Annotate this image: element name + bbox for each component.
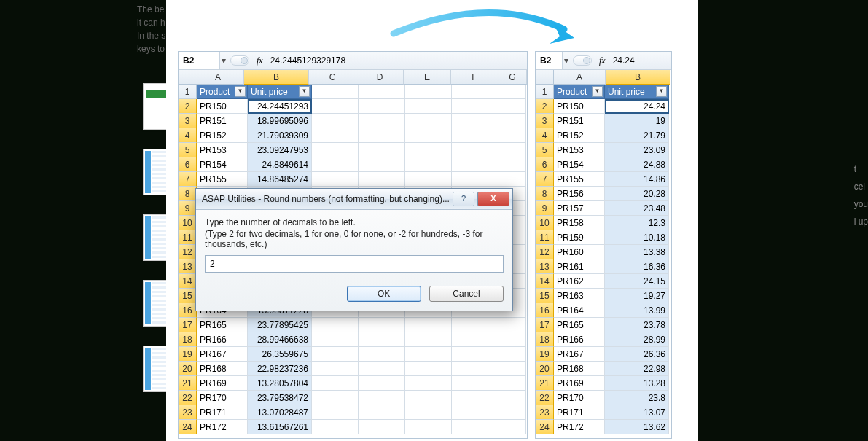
- row-header[interactable]: 23: [536, 405, 554, 420]
- cell-product[interactable]: PR167: [554, 347, 605, 362]
- dialog-titlebar[interactable]: ASAP Utilities - Round numbers (not form…: [196, 189, 512, 210]
- decimals-input[interactable]: [205, 255, 504, 273]
- empty-cell[interactable]: [498, 391, 526, 405]
- name-box-dropdown-icon[interactable]: ▾: [563, 55, 570, 66]
- row-header[interactable]: 9: [179, 201, 197, 216]
- row-header[interactable]: 14: [179, 274, 197, 289]
- spreadsheet-grid[interactable]: AB1Product▼Unit price▼2PR15024.243PR1511…: [536, 70, 671, 434]
- cell-unit-price[interactable]: 24.24451293: [248, 99, 312, 114]
- empty-cell[interactable]: [452, 420, 498, 434]
- empty-cell[interactable]: [452, 128, 498, 143]
- cell-product[interactable]: PR165: [197, 318, 248, 332]
- empty-cell[interactable]: [452, 362, 498, 376]
- fx-icon[interactable]: fx: [595, 55, 610, 66]
- empty-cell[interactable]: [498, 362, 526, 376]
- row-header[interactable]: 22: [536, 391, 554, 405]
- column-header[interactable]: A: [192, 70, 244, 85]
- empty-cell[interactable]: [312, 391, 359, 405]
- cell-product[interactable]: PR155: [554, 172, 605, 187]
- empty-cell[interactable]: [359, 114, 405, 128]
- empty-cell[interactable]: [498, 114, 526, 128]
- empty-cell[interactable]: [498, 420, 526, 434]
- row-header[interactable]: 22: [179, 391, 197, 405]
- row-header[interactable]: 21: [536, 376, 554, 391]
- cell-unit-price[interactable]: 24.15: [605, 274, 669, 289]
- cell-unit-price[interactable]: 28.99: [605, 332, 669, 347]
- empty-cell[interactable]: [312, 347, 359, 362]
- cell-product[interactable]: PR154: [554, 157, 605, 172]
- cell-unit-price[interactable]: 16.36: [605, 259, 669, 274]
- empty-cell[interactable]: [312, 362, 359, 376]
- empty-cell[interactable]: [452, 391, 498, 405]
- row-header[interactable]: 16: [179, 303, 197, 318]
- empty-cell[interactable]: [359, 143, 405, 157]
- empty-cell[interactable]: [405, 362, 452, 376]
- empty-cell[interactable]: [498, 99, 526, 114]
- cell-unit-price[interactable]: 24.24: [605, 99, 669, 114]
- cell-unit-price[interactable]: 13.28057804: [248, 376, 312, 391]
- cell-product[interactable]: PR151: [197, 114, 248, 128]
- empty-cell[interactable]: [312, 85, 359, 99]
- empty-cell[interactable]: [405, 143, 452, 157]
- row-header[interactable]: 24: [536, 420, 554, 434]
- cell-product[interactable]: PR169: [197, 376, 248, 391]
- fx-icon[interactable]: fx: [252, 55, 267, 66]
- row-header[interactable]: 21: [179, 376, 197, 391]
- cell-unit-price[interactable]: 23.77895425: [248, 318, 312, 332]
- empty-cell[interactable]: [312, 172, 359, 187]
- help-button[interactable]: ?: [453, 192, 474, 206]
- row-header[interactable]: 15: [536, 289, 554, 303]
- formula-value[interactable]: 24.24: [610, 55, 638, 66]
- cell-product[interactable]: PR166: [554, 332, 605, 347]
- empty-cell[interactable]: [359, 85, 405, 99]
- column-header[interactable]: B: [244, 70, 309, 85]
- empty-cell[interactable]: [359, 157, 405, 172]
- cell-unit-price[interactable]: 24.8849614: [248, 157, 312, 172]
- empty-cell[interactable]: [405, 391, 452, 405]
- empty-cell[interactable]: [312, 318, 359, 332]
- cell-product[interactable]: PR165: [554, 318, 605, 332]
- row-header[interactable]: 13: [179, 259, 197, 274]
- empty-cell[interactable]: [359, 362, 405, 376]
- cell-unit-price[interactable]: 18.99695096: [248, 114, 312, 128]
- row-header[interactable]: 24: [179, 420, 197, 434]
- cell-unit-price[interactable]: 23.8: [605, 391, 669, 405]
- cell-product[interactable]: PR150: [554, 99, 605, 114]
- empty-cell[interactable]: [312, 405, 359, 420]
- cell-unit-price[interactable]: 13.28: [605, 376, 669, 391]
- cell-unit-price[interactable]: 14.86485274: [248, 172, 312, 187]
- name-box[interactable]: B2: [536, 52, 563, 69]
- empty-cell[interactable]: [312, 143, 359, 157]
- cell-product[interactable]: PR159: [554, 230, 605, 245]
- empty-cell[interactable]: [359, 376, 405, 391]
- formula-value[interactable]: 24.2445129329178: [267, 55, 348, 66]
- empty-cell[interactable]: [405, 318, 452, 332]
- empty-cell[interactable]: [312, 376, 359, 391]
- empty-cell[interactable]: [452, 405, 498, 420]
- name-box-dropdown-icon[interactable]: ▾: [220, 55, 227, 66]
- empty-cell[interactable]: [312, 114, 359, 128]
- empty-cell[interactable]: [452, 157, 498, 172]
- row-header[interactable]: 4: [179, 128, 197, 143]
- empty-cell[interactable]: [405, 85, 452, 99]
- empty-cell[interactable]: [405, 420, 452, 434]
- empty-cell[interactable]: [359, 172, 405, 187]
- cell-unit-price[interactable]: 13.38: [605, 245, 669, 259]
- cell-unit-price[interactable]: 12.3: [605, 216, 669, 230]
- row-header[interactable]: 4: [536, 128, 554, 143]
- cell-product[interactable]: PR171: [197, 405, 248, 420]
- cell-product[interactable]: PR153: [554, 143, 605, 157]
- formula-bar-toggle[interactable]: [230, 55, 249, 66]
- empty-cell[interactable]: [498, 332, 526, 347]
- cell-unit-price[interactable]: 14.86: [605, 172, 669, 187]
- row-header[interactable]: 7: [536, 172, 554, 187]
- empty-cell[interactable]: [452, 99, 498, 114]
- cell-product[interactable]: PR160: [554, 245, 605, 259]
- empty-cell[interactable]: [359, 405, 405, 420]
- row-header[interactable]: 15: [179, 289, 197, 303]
- row-header[interactable]: 10: [179, 216, 197, 230]
- row-header[interactable]: 10: [536, 216, 554, 230]
- select-all-corner[interactable]: [179, 70, 192, 85]
- cell-product[interactable]: PR172: [197, 420, 248, 434]
- table-header-cell[interactable]: Unit price▼: [605, 85, 669, 99]
